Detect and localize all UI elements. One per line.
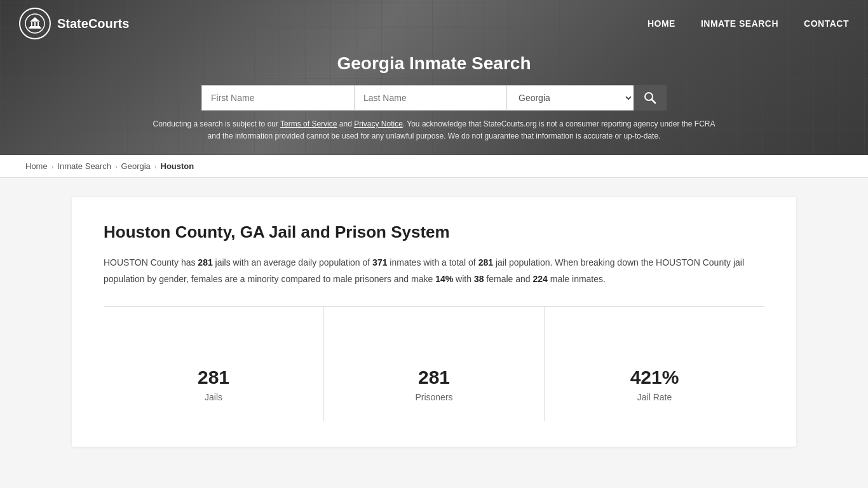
content-paragraph: HOUSTON County has 281 jails with an ave…	[104, 255, 764, 287]
breadcrumb: Home › Inmate Search › Georgia › Houston	[0, 155, 868, 178]
disclaimer-and: and	[337, 119, 354, 128]
main-nav: StateCourts HOME INMATE SEARCH CONTACT	[0, 0, 868, 47]
stat-male-count: 224	[533, 274, 548, 284]
breadcrumb-inmate-search[interactable]: Inmate Search	[57, 161, 111, 171]
breadcrumb-chevron-2: ›	[115, 163, 118, 170]
svg-rect-4	[34, 22, 36, 26]
svg-rect-2	[29, 27, 41, 29]
hero-title: Georgia Inmate Search	[13, 53, 855, 74]
stat-label-prisoners: Prisoners	[415, 392, 452, 402]
stat-jails-inline: 281	[198, 257, 212, 268]
stats-row: 281 Jails	[104, 306, 764, 421]
stat-number-jail-rate: 421%	[630, 367, 679, 388]
nav-inmate-search[interactable]: INMATE SEARCH	[701, 18, 778, 29]
svg-rect-5	[37, 22, 39, 26]
search-form: Select State Alabama Alaska Arizona Arka…	[186, 85, 682, 111]
breadcrumb-chevron-3: ›	[154, 163, 157, 170]
svg-rect-1	[30, 26, 40, 27]
county-name-2: HOUSTON	[656, 257, 700, 268]
svg-rect-3	[31, 22, 32, 26]
content-card: Houston County, GA Jail and Prison Syste…	[72, 197, 796, 446]
stat-female-pct: 14%	[435, 274, 453, 284]
logo-text: StateCourts	[57, 17, 129, 31]
nav-home[interactable]: HOME	[648, 18, 675, 29]
stat-box-jail-rate: 421% Jail Rate	[545, 307, 764, 421]
stat-number-prisoners: 281	[418, 367, 450, 388]
site-logo[interactable]: StateCourts	[19, 8, 129, 39]
stat-box-jails: 281 Jails	[104, 307, 324, 421]
disclaimer-prefix: Conducting a search is subject to our	[153, 119, 281, 128]
privacy-link[interactable]: Privacy Notice	[354, 119, 403, 128]
nav-links: HOME INMATE SEARCH CONTACT	[648, 18, 849, 29]
hero-section: Georgia Inmate Search Select State Alaba…	[0, 47, 868, 155]
stat-label-jails: Jails	[205, 392, 222, 402]
search-icon	[644, 92, 656, 104]
svg-line-8	[652, 100, 656, 104]
logo-icon	[19, 8, 51, 39]
search-button[interactable]	[634, 85, 667, 111]
county-name-1: HOUSTON	[104, 257, 148, 268]
stat-label-jail-rate: Jail Rate	[637, 392, 672, 402]
breadcrumb-state[interactable]: Georgia	[121, 161, 151, 171]
content-title: Houston County, GA Jail and Prison Syste…	[104, 222, 764, 242]
terms-link[interactable]: Terms of Service	[280, 119, 337, 128]
first-name-input[interactable]	[201, 85, 354, 111]
site-header: StateCourts HOME INMATE SEARCH CONTACT G…	[0, 0, 868, 155]
stat-avg-pop: 371	[372, 257, 387, 268]
stat-number-jails: 281	[198, 367, 229, 388]
breadcrumb-county: Houston	[161, 161, 194, 171]
last-name-input[interactable]	[354, 85, 506, 111]
breadcrumb-chevron-1: ›	[51, 163, 54, 170]
svg-marker-6	[30, 17, 40, 22]
stat-female-count: 38	[474, 274, 484, 284]
state-select[interactable]: Select State Alabama Alaska Arizona Arka…	[506, 85, 634, 111]
nav-contact[interactable]: CONTACT	[804, 18, 849, 29]
main-content: Houston County, GA Jail and Prison Syste…	[59, 197, 809, 446]
stat-total-pop: 281	[478, 257, 493, 268]
stat-box-prisoners: 281 Prisoners	[324, 307, 545, 421]
disclaimer-text: Conducting a search is subject to our Te…	[148, 118, 720, 142]
breadcrumb-home[interactable]: Home	[25, 161, 48, 171]
